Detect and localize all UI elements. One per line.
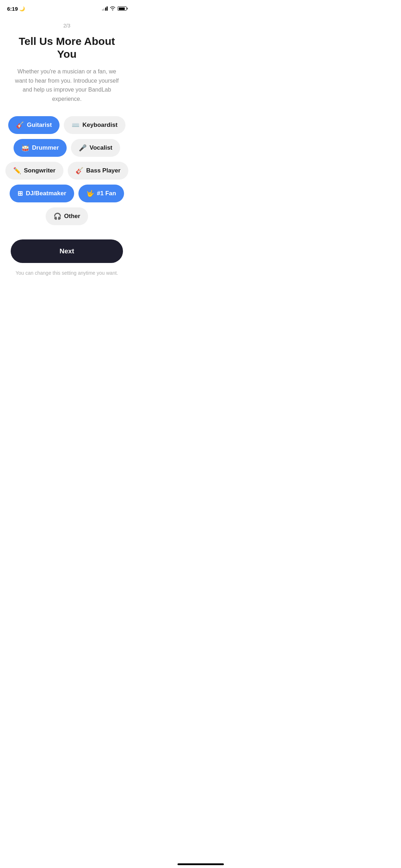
songwriter-label: Songwriter: [24, 167, 56, 174]
keyboardist-icon: ⌨️: [72, 121, 79, 129]
role-chip-guitarist[interactable]: 🎸 Guitarist: [8, 116, 60, 134]
roles-row-4: ⊞ DJ/Beatmaker 🤟 #1 Fan: [10, 185, 124, 202]
vocalist-label: Vocalist: [89, 144, 112, 151]
page-description: Whether you're a musician or a fan, we w…: [11, 67, 123, 103]
other-label: Other: [64, 213, 80, 220]
status-icons: [102, 6, 127, 11]
role-chip-keyboardist[interactable]: ⌨️ Keyboardist: [64, 116, 125, 134]
time-label: 6:19: [7, 6, 18, 12]
guitarist-label: Guitarist: [27, 122, 52, 129]
battery-icon: [118, 6, 127, 11]
roles-row-2: 🥁 Drummer 🎤 Vocalist: [14, 139, 120, 157]
role-chip-other[interactable]: 🎧 Other: [46, 207, 88, 225]
keyboardist-label: Keyboardist: [82, 122, 117, 129]
moon-icon: 🌙: [19, 6, 25, 11]
bass-player-label: Bass Player: [86, 167, 120, 174]
status-bar: 6:19 🌙: [0, 0, 134, 16]
roles-row-1: 🎸 Guitarist ⌨️ Keyboardist: [8, 116, 125, 134]
step-indicator: 2/3: [63, 23, 70, 29]
vocalist-icon: 🎤: [79, 144, 87, 152]
role-chip-number1-fan[interactable]: 🤟 #1 Fan: [78, 185, 124, 202]
signal-icon: [102, 6, 108, 11]
dj-label: DJ/Beatmaker: [26, 190, 66, 197]
drummer-icon: 🥁: [21, 144, 29, 152]
roles-row-5: 🎧 Other: [46, 207, 88, 225]
roles-row-3: ✏️ Songwriter 🎸 Bass Player: [5, 162, 128, 180]
roles-container: 🎸 Guitarist ⌨️ Keyboardist 🥁 Drummer 🎤 V…: [11, 116, 123, 225]
other-icon: 🎧: [53, 212, 61, 220]
fan-label: #1 Fan: [97, 190, 116, 197]
next-button[interactable]: Next: [11, 239, 123, 263]
role-chip-songwriter[interactable]: ✏️ Songwriter: [5, 162, 63, 180]
role-chip-dj-beatmaker[interactable]: ⊞ DJ/Beatmaker: [10, 185, 74, 202]
role-chip-drummer[interactable]: 🥁 Drummer: [14, 139, 67, 157]
dj-icon: ⊞: [17, 190, 23, 197]
role-chip-vocalist[interactable]: 🎤 Vocalist: [71, 139, 120, 157]
songwriter-icon: ✏️: [13, 167, 21, 175]
fan-icon: 🤟: [86, 190, 94, 197]
change-setting-text: You can change this setting anytime you …: [16, 270, 118, 276]
main-content: 2/3 Tell Us More About You Whether you'r…: [0, 16, 134, 290]
bass-player-icon: 🎸: [76, 167, 83, 175]
role-chip-bass-player[interactable]: 🎸 Bass Player: [68, 162, 128, 180]
status-time: 6:19 🌙: [7, 6, 25, 12]
guitarist-icon: 🎸: [16, 121, 24, 129]
wifi-icon: [110, 6, 115, 11]
drummer-label: Drummer: [32, 144, 59, 151]
page-title: Tell Us More About You: [11, 35, 123, 61]
